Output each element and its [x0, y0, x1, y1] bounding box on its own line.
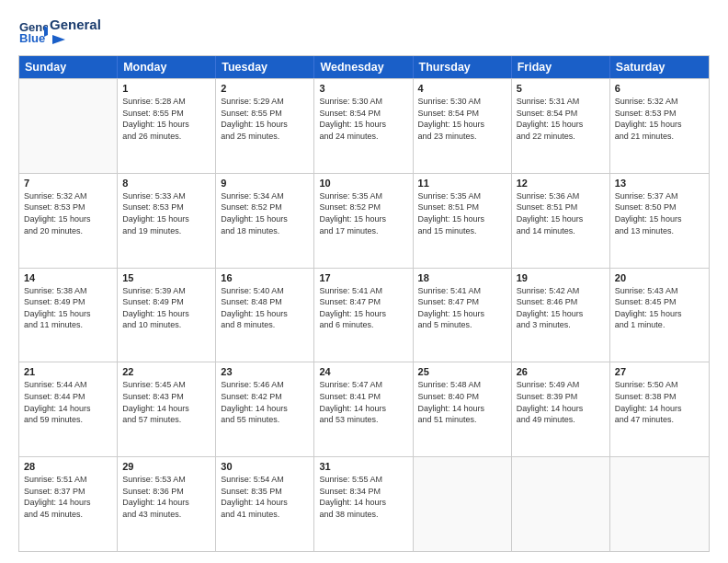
calendar-day-5: 5Sunrise: 5:31 AM Sunset: 8:54 PM Daylig… — [512, 79, 610, 173]
calendar: SundayMondayTuesdayWednesdayThursdayFrid… — [18, 55, 710, 552]
day-number: 23 — [221, 366, 309, 377]
weekday-header-tuesday: Tuesday — [216, 56, 314, 78]
day-number: 17 — [319, 272, 407, 283]
day-info: Sunrise: 5:30 AM Sunset: 8:54 PM Dayligh… — [418, 96, 506, 142]
day-number: 16 — [221, 272, 309, 283]
day-info: Sunrise: 5:35 AM Sunset: 8:52 PM Dayligh… — [319, 190, 407, 236]
day-info: Sunrise: 5:54 AM Sunset: 8:35 PM Dayligh… — [221, 474, 309, 520]
day-info: Sunrise: 5:30 AM Sunset: 8:54 PM Dayligh… — [319, 96, 407, 142]
calendar-row-0: 1Sunrise: 5:28 AM Sunset: 8:55 PM Daylig… — [19, 78, 709, 173]
day-info: Sunrise: 5:44 AM Sunset: 8:44 PM Dayligh… — [24, 379, 112, 425]
day-number: 29 — [122, 461, 210, 472]
calendar-day-14: 14Sunrise: 5:38 AM Sunset: 8:49 PM Dayli… — [19, 269, 118, 362]
calendar-day-11: 11Sunrise: 5:35 AM Sunset: 8:51 PM Dayli… — [414, 174, 512, 268]
day-number: 21 — [24, 366, 112, 377]
calendar-day-28: 28Sunrise: 5:51 AM Sunset: 8:37 PM Dayli… — [19, 457, 118, 551]
day-info: Sunrise: 5:38 AM Sunset: 8:49 PM Dayligh… — [24, 285, 112, 331]
calendar-day-2: 2Sunrise: 5:29 AM Sunset: 8:55 PM Daylig… — [216, 79, 314, 173]
calendar-day-13: 13Sunrise: 5:37 AM Sunset: 8:50 PM Dayli… — [610, 174, 709, 268]
day-info: Sunrise: 5:36 AM Sunset: 8:51 PM Dayligh… — [517, 190, 605, 236]
svg-marker-3 — [52, 35, 65, 44]
day-info: Sunrise: 5:41 AM Sunset: 8:47 PM Dayligh… — [319, 285, 407, 331]
day-info: Sunrise: 5:46 AM Sunset: 8:42 PM Dayligh… — [221, 379, 309, 425]
calendar-day-4: 4Sunrise: 5:30 AM Sunset: 8:54 PM Daylig… — [414, 79, 512, 173]
calendar-day-18: 18Sunrise: 5:41 AM Sunset: 8:47 PM Dayli… — [414, 269, 512, 362]
day-info: Sunrise: 5:41 AM Sunset: 8:47 PM Dayligh… — [418, 285, 506, 331]
day-info: Sunrise: 5:39 AM Sunset: 8:49 PM Dayligh… — [122, 285, 210, 331]
day-info: Sunrise: 5:43 AM Sunset: 8:45 PM Dayligh… — [615, 285, 704, 331]
day-info: Sunrise: 5:37 AM Sunset: 8:50 PM Dayligh… — [615, 190, 704, 236]
calendar-day-30: 30Sunrise: 5:54 AM Sunset: 8:35 PM Dayli… — [216, 457, 314, 551]
day-number: 4 — [418, 83, 506, 94]
day-info: Sunrise: 5:50 AM Sunset: 8:38 PM Dayligh… — [615, 379, 704, 425]
calendar-day-empty-4-5 — [512, 457, 610, 551]
day-number: 26 — [517, 366, 605, 377]
calendar-header: SundayMondayTuesdayWednesdayThursdayFrid… — [19, 56, 709, 78]
calendar-day-3: 3Sunrise: 5:30 AM Sunset: 8:54 PM Daylig… — [314, 79, 413, 173]
day-number: 15 — [122, 272, 210, 283]
logo: General Blue General — [18, 17, 101, 46]
day-info: Sunrise: 5:42 AM Sunset: 8:46 PM Dayligh… — [517, 285, 605, 331]
calendar-day-1: 1Sunrise: 5:28 AM Sunset: 8:55 PM Daylig… — [118, 79, 216, 173]
day-number: 5 — [517, 83, 605, 94]
calendar-day-17: 17Sunrise: 5:41 AM Sunset: 8:47 PM Dayli… — [314, 269, 413, 362]
day-info: Sunrise: 5:34 AM Sunset: 8:52 PM Dayligh… — [221, 190, 309, 236]
calendar-row-3: 21Sunrise: 5:44 AM Sunset: 8:44 PM Dayli… — [19, 362, 709, 456]
weekday-header-saturday: Saturday — [610, 56, 709, 78]
day-number: 12 — [517, 178, 605, 189]
day-info: Sunrise: 5:33 AM Sunset: 8:53 PM Dayligh… — [122, 190, 210, 236]
weekday-header-wednesday: Wednesday — [314, 56, 413, 78]
calendar-day-21: 21Sunrise: 5:44 AM Sunset: 8:44 PM Dayli… — [19, 362, 118, 456]
page: General Blue General — [0, 0, 728, 563]
day-info: Sunrise: 5:48 AM Sunset: 8:40 PM Dayligh… — [418, 379, 506, 425]
svg-marker-2 — [44, 26, 48, 37]
day-info: Sunrise: 5:32 AM Sunset: 8:53 PM Dayligh… — [615, 96, 704, 142]
calendar-day-20: 20Sunrise: 5:43 AM Sunset: 8:45 PM Dayli… — [610, 269, 709, 362]
calendar-day-12: 12Sunrise: 5:36 AM Sunset: 8:51 PM Dayli… — [512, 174, 610, 268]
day-number: 27 — [615, 366, 704, 377]
weekday-header-sunday: Sunday — [19, 56, 118, 78]
day-number: 31 — [319, 461, 407, 472]
day-number: 25 — [418, 366, 506, 377]
day-info: Sunrise: 5:51 AM Sunset: 8:37 PM Dayligh… — [24, 474, 112, 520]
calendar-day-6: 6Sunrise: 5:32 AM Sunset: 8:53 PM Daylig… — [610, 79, 709, 173]
calendar-day-26: 26Sunrise: 5:49 AM Sunset: 8:39 PM Dayli… — [512, 362, 610, 456]
calendar-day-9: 9Sunrise: 5:34 AM Sunset: 8:52 PM Daylig… — [216, 174, 314, 268]
day-number: 13 — [615, 178, 704, 189]
day-number: 19 — [517, 272, 605, 283]
day-number: 14 — [24, 272, 112, 283]
calendar-day-15: 15Sunrise: 5:39 AM Sunset: 8:49 PM Dayli… — [118, 269, 216, 362]
calendar-day-22: 22Sunrise: 5:45 AM Sunset: 8:43 PM Dayli… — [118, 362, 216, 456]
day-number: 30 — [221, 461, 309, 472]
day-info: Sunrise: 5:32 AM Sunset: 8:53 PM Dayligh… — [24, 190, 112, 236]
day-info: Sunrise: 5:35 AM Sunset: 8:51 PM Dayligh… — [418, 190, 506, 236]
day-number: 6 — [615, 83, 704, 94]
calendar-body: 1Sunrise: 5:28 AM Sunset: 8:55 PM Daylig… — [19, 78, 709, 551]
calendar-day-empty-4-4 — [414, 457, 512, 551]
day-number: 11 — [418, 178, 506, 189]
calendar-day-8: 8Sunrise: 5:33 AM Sunset: 8:53 PM Daylig… — [118, 174, 216, 268]
calendar-day-25: 25Sunrise: 5:48 AM Sunset: 8:40 PM Dayli… — [414, 362, 512, 456]
day-number: 9 — [221, 178, 309, 189]
logo-arrow-icon — [52, 33, 69, 46]
calendar-day-10: 10Sunrise: 5:35 AM Sunset: 8:52 PM Dayli… — [314, 174, 413, 268]
calendar-row-2: 14Sunrise: 5:38 AM Sunset: 8:49 PM Dayli… — [19, 268, 709, 362]
day-number: 18 — [418, 272, 506, 283]
day-number: 20 — [615, 272, 704, 283]
calendar-day-23: 23Sunrise: 5:46 AM Sunset: 8:42 PM Dayli… — [216, 362, 314, 456]
day-number: 28 — [24, 461, 112, 472]
calendar-day-31: 31Sunrise: 5:55 AM Sunset: 8:34 PM Dayli… — [314, 457, 413, 551]
weekday-header-thursday: Thursday — [414, 56, 512, 78]
day-info: Sunrise: 5:31 AM Sunset: 8:54 PM Dayligh… — [517, 96, 605, 142]
day-info: Sunrise: 5:45 AM Sunset: 8:43 PM Dayligh… — [122, 379, 210, 425]
day-number: 24 — [319, 366, 407, 377]
header: General Blue General — [18, 17, 710, 46]
day-number: 10 — [319, 178, 407, 189]
calendar-day-16: 16Sunrise: 5:40 AM Sunset: 8:48 PM Dayli… — [216, 269, 314, 362]
svg-text:Blue: Blue — [19, 31, 45, 45]
day-info: Sunrise: 5:49 AM Sunset: 8:39 PM Dayligh… — [517, 379, 605, 425]
calendar-day-empty-0-0 — [19, 79, 118, 173]
day-number: 7 — [24, 178, 112, 189]
weekday-header-monday: Monday — [118, 56, 216, 78]
calendar-row-1: 7Sunrise: 5:32 AM Sunset: 8:53 PM Daylig… — [19, 173, 709, 268]
